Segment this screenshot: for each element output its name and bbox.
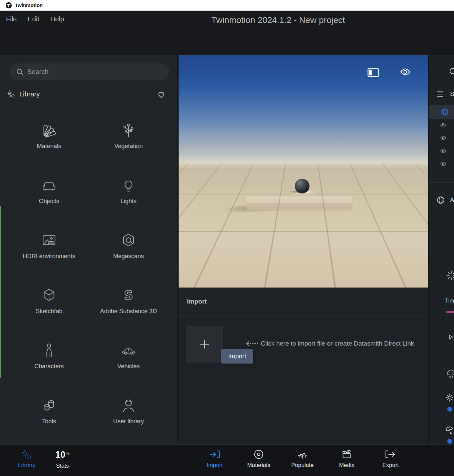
window-title: Twinmotion 2024.1.2 - New project bbox=[211, 15, 345, 25]
heart-icon[interactable] bbox=[157, 90, 166, 99]
library-item-materials[interactable]: Materials bbox=[9, 120, 89, 175]
library-item-label: Tools bbox=[42, 418, 56, 425]
library-grid: Materials Vegetation Objects bbox=[9, 120, 168, 451]
blue-toggle-dot[interactable] bbox=[447, 439, 452, 444]
shapes-icon bbox=[21, 449, 32, 460]
right-panel-divider bbox=[429, 182, 454, 183]
eye-icon[interactable] bbox=[440, 162, 446, 166]
nav-stats-label: Stats bbox=[56, 463, 69, 469]
library-item-lights[interactable]: Lights bbox=[89, 175, 168, 230]
viewport-3d[interactable] bbox=[179, 55, 428, 288]
stats-value: 10 % bbox=[55, 449, 70, 460]
nav-import[interactable]: Import bbox=[196, 449, 233, 469]
spinner-icon bbox=[446, 270, 454, 281]
menu-help[interactable]: Help bbox=[50, 15, 64, 23]
import-tooltip: Import bbox=[221, 349, 253, 364]
toolbar bbox=[0, 29, 454, 55]
search-icon[interactable] bbox=[449, 67, 454, 75]
library-item-user-library[interactable]: User library bbox=[89, 396, 168, 451]
nav-library[interactable]: Library bbox=[8, 449, 45, 469]
library-item-vehicles[interactable]: Vehicles bbox=[89, 341, 168, 396]
populate-plants-icon bbox=[297, 449, 308, 460]
eye-icon[interactable] bbox=[440, 136, 446, 140]
shapes-icon bbox=[7, 89, 16, 98]
scene-root-row[interactable] bbox=[429, 105, 454, 119]
menu-file[interactable]: File bbox=[6, 15, 17, 23]
library-item-objects[interactable]: Objects bbox=[9, 175, 89, 230]
library-item-label: Characters bbox=[34, 363, 64, 370]
library-item-label: Vehicles bbox=[117, 363, 140, 370]
library-item-hdri[interactable]: HDR HDRI environments bbox=[9, 230, 89, 286]
nav-import-label: Import bbox=[207, 462, 223, 469]
library-item-label: Megascans bbox=[113, 253, 144, 260]
nav-materials[interactable]: Materials bbox=[240, 449, 277, 469]
nav-materials-label: Materials bbox=[247, 462, 270, 469]
svg-text:S: S bbox=[124, 288, 133, 303]
person-icon bbox=[41, 342, 57, 359]
nav-stats[interactable]: 10 % Stats bbox=[44, 449, 81, 469]
nav-export[interactable]: Export bbox=[372, 449, 409, 469]
nav-export-label: Export bbox=[382, 462, 399, 469]
hdri-image-icon: HDR bbox=[41, 232, 57, 249]
sphere-object[interactable] bbox=[295, 179, 309, 193]
search-bar[interactable] bbox=[9, 63, 169, 80]
play-icon[interactable] bbox=[448, 335, 454, 340]
timeline-label: Tim bbox=[445, 298, 454, 304]
import-add-button[interactable] bbox=[186, 326, 223, 363]
viewport-sky bbox=[179, 55, 428, 164]
timeline-progress-bar[interactable] bbox=[446, 311, 454, 313]
blue-toggle-dot[interactable] bbox=[447, 407, 452, 412]
nav-media[interactable]: Media bbox=[328, 449, 365, 469]
scene-header-label: S bbox=[450, 90, 454, 98]
twinmotion-logo-icon bbox=[5, 2, 12, 9]
import-hint-text: Click here to import file or create Data… bbox=[261, 340, 414, 347]
eye-icon[interactable] bbox=[400, 68, 411, 75]
eye-icon[interactable] bbox=[440, 149, 446, 153]
nav-populate-label: Populate bbox=[291, 462, 313, 469]
import-tooltip-label: Import bbox=[228, 353, 246, 360]
import-dock: Click here to import file or create Data… bbox=[179, 316, 428, 444]
sphere-icon bbox=[441, 108, 449, 116]
library-item-megascans[interactable]: Megascans bbox=[89, 230, 168, 286]
plus-icon bbox=[199, 339, 210, 350]
bottom-navigation: Library 10 % Stats Import Materials Popu… bbox=[0, 444, 454, 476]
nav-library-label: Library bbox=[18, 462, 35, 469]
sketchfab-cube-icon bbox=[41, 287, 57, 304]
sofa-icon bbox=[41, 177, 57, 193]
library-item-label: Sketchfab bbox=[36, 308, 62, 315]
library-item-label: Lights bbox=[121, 198, 137, 205]
rain-cloud-icon[interactable] bbox=[446, 369, 454, 379]
library-item-substance[interactable]: S Adobe Substance 3D bbox=[89, 286, 168, 341]
library-item-label: Materials bbox=[37, 143, 61, 150]
car-icon bbox=[120, 342, 137, 359]
list-icon[interactable] bbox=[436, 91, 444, 97]
sun-icon[interactable] bbox=[445, 393, 454, 402]
ambience-sphere-icon[interactable] bbox=[437, 196, 445, 204]
eye-icon[interactable] bbox=[440, 123, 446, 127]
material-sphere-icon bbox=[253, 449, 264, 460]
substance-s-icon: S bbox=[120, 287, 137, 304]
tools-shapes-icon bbox=[41, 397, 57, 414]
library-item-label: Adobe Substance 3D bbox=[100, 308, 157, 315]
library-item-label: User library bbox=[113, 418, 144, 425]
titlebar-app-name: Twinmotion bbox=[15, 2, 43, 8]
vegetation-tree-icon bbox=[120, 122, 137, 138]
import-icon bbox=[209, 449, 220, 460]
nav-populate[interactable]: Populate bbox=[284, 449, 321, 469]
search-input[interactable] bbox=[27, 68, 154, 76]
library-item-label: HDRI environments bbox=[23, 253, 75, 260]
library-item-tools[interactable]: Tools bbox=[9, 396, 89, 451]
svg-text:HDR: HDR bbox=[49, 242, 54, 244]
search-icon bbox=[16, 68, 23, 75]
user-icon bbox=[120, 397, 137, 414]
library-item-characters[interactable]: Characters bbox=[9, 341, 89, 396]
menu-edit[interactable]: Edit bbox=[28, 15, 39, 23]
materials-fan-icon bbox=[41, 122, 57, 138]
beach-umbrella-icon[interactable] bbox=[445, 426, 454, 435]
lightbulb-icon bbox=[120, 177, 137, 193]
screen-edge-artifact bbox=[0, 206, 1, 378]
library-item-sketchfab[interactable]: Sketchfab bbox=[9, 286, 89, 341]
export-icon bbox=[385, 449, 396, 460]
panel-toggle-icon[interactable] bbox=[367, 68, 379, 77]
library-item-vegetation[interactable]: Vegetation bbox=[89, 120, 168, 175]
